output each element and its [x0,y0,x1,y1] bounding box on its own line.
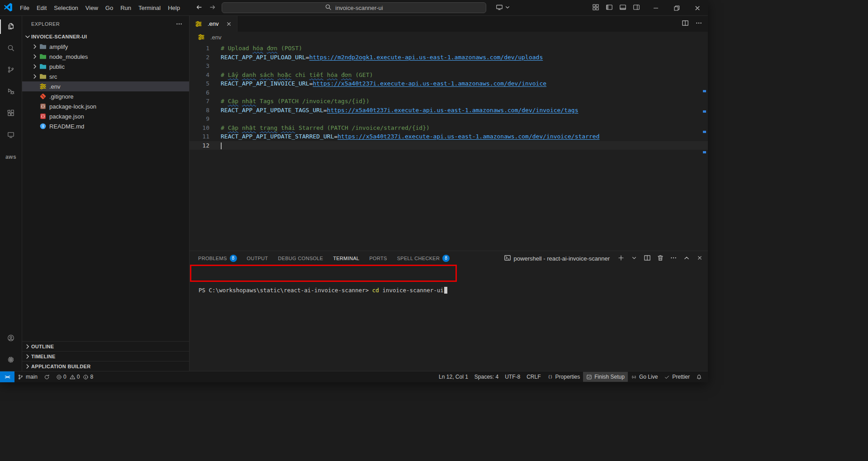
tree-item-package-lock-json[interactable]: {}package-lock.json [22,101,189,111]
section-label: TIMELINE [31,354,56,359]
panel-tab-ports[interactable]: PORTS [369,251,387,266]
menu-terminal[interactable]: Terminal [135,3,164,13]
code-line[interactable]: 6 [190,88,708,97]
activity-remote-explorer[interactable] [0,124,22,146]
panel-more-actions-icon[interactable] [670,254,677,263]
activity-explorer[interactable] [0,16,22,38]
status-eol[interactable]: CRLF [523,372,544,382]
activity-settings[interactable] [0,349,22,371]
new-terminal-icon[interactable] [617,254,625,263]
panel-tab-debug-console[interactable]: DEBUG CONSOLE [278,251,323,266]
tab-env[interactable]: .env [190,16,237,32]
status-finish-setup[interactable]: Finish Setup [583,372,628,382]
status-encoding[interactable]: UTF-8 [502,372,523,382]
menu-go[interactable]: Go [102,3,117,13]
tree-item-readme-md[interactable]: iREADME.md [22,121,189,131]
tree-item-gitignore[interactable]: .gitignore [22,91,189,101]
status-sync[interactable] [41,372,53,382]
split-editor-icon[interactable] [682,19,689,28]
code-line[interactable]: 4# Lấy danh sách hoặc chi tiết hóa đơn (… [190,71,708,80]
code-line[interactable]: 2REACT_APP_API_UPLOAD_URL=https://m2ndp2… [190,53,708,62]
section-timeline[interactable]: TIMELINE [22,351,189,361]
menu-selection[interactable]: Selection [50,3,81,13]
code-line[interactable]: 8REACT_APP_API_UPDATE_TAGS_URL=https://x… [190,106,708,115]
code-token: (GET) [352,71,373,78]
status-go-live[interactable]: Go Live [628,372,661,382]
section-outline[interactable]: OUTLINE [22,341,189,351]
close-tab-icon[interactable] [225,20,232,28]
go-back-icon[interactable] [195,4,203,12]
section-application-builder[interactable]: APPLICATION BUILDER [22,361,189,371]
toggle-primary-sidebar-icon[interactable] [606,4,613,12]
terminal-output[interactable]: PS C:\workshopaws\static\react-ai-invoic… [190,266,708,371]
status-cursor-position[interactable]: Ln 12, Col 1 [436,372,471,382]
maximize-panel-icon[interactable] [683,254,690,263]
go-forward-icon[interactable] [209,4,216,12]
menu-view[interactable]: View [82,3,102,13]
menu-run[interactable]: Run [117,3,135,13]
close-panel-icon[interactable] [696,254,703,263]
project-root-row[interactable]: INVOICE-SCANNER-UI [22,32,189,42]
activity-aws-toolkit[interactable]: aws [0,146,22,168]
status-prettier[interactable]: Prettier [661,372,693,382]
status-indentation[interactable]: Spaces: 4 [471,372,502,382]
activity-run-debug[interactable] [0,81,22,103]
customize-layout-icon[interactable] [592,4,599,12]
editor-more-actions-icon[interactable] [695,19,702,28]
command-center-search[interactable]: invoice-scanner-ui [222,2,486,13]
tree-item-node-modules[interactable]: node_modules [22,52,189,62]
split-terminal-icon[interactable] [644,254,651,263]
panel-tab-terminal[interactable]: TERMINAL [333,251,359,266]
code-token: https://m2ndp2ogk1.execute-api.us-east-1… [309,54,543,61]
menu-help[interactable]: Help [164,3,184,13]
status-language-mode[interactable]: {}Properties [544,372,583,382]
npm-icon: {} [39,113,47,120]
explorer-more-actions-icon[interactable] [175,20,183,28]
tree-item-public[interactable]: public [22,62,189,71]
close-window-button[interactable] [687,0,708,16]
code-line[interactable]: 3 [190,62,708,71]
activity-extensions[interactable] [0,103,22,124]
panel-tab-label: SPELL CHECKER [397,256,440,261]
code-line[interactable]: 1# Upload hóa đơn (POST) [190,44,708,53]
activity-source-control[interactable] [0,59,22,81]
restore-button[interactable] [666,0,687,16]
panel-tab-label: TERMINAL [333,256,359,261]
status-problems[interactable]: 0 0 8 [53,372,96,382]
terminal-profile-dropdown-icon[interactable] [631,254,638,263]
activity-accounts[interactable] [0,328,22,349]
overview-ruler[interactable] [702,43,708,251]
tree-item-src[interactable]: src [22,71,189,81]
tree-item-env[interactable]: .env [22,81,189,91]
tree-item-package-json[interactable]: {}package.json [22,111,189,121]
breadcrumb-item[interactable]: .env [210,34,222,41]
code-line[interactable]: 12 [190,141,708,150]
panel-tab-spell-checker[interactable]: SPELL CHECKER8 [397,251,450,266]
code-token: https://x5a40t237i.execute-api.us-east-1… [337,133,599,140]
braces-icon: {} [547,374,553,380]
remote-window-indicator[interactable] [496,0,511,16]
svg-text:{}: {} [41,114,45,119]
code-editor[interactable]: 1# Upload hóa đơn (POST)2REACT_APP_API_U… [190,43,708,251]
terminal-instance-label[interactable]: powershell - react-ai-invoice-scanner [504,254,610,263]
code-line[interactable]: 9 [190,114,708,124]
code-line[interactable]: 5REACT_APP_API_INVOICE_URL=https://x5a40… [190,79,708,88]
activity-search[interactable] [0,38,22,59]
code-line[interactable]: 11REACT_APP_API_UPDATE_STARRED_URL=https… [190,132,708,141]
breadcrumb[interactable]: .env [190,32,708,43]
remote-indicator[interactable]: >< [0,371,14,382]
project-root-label: INVOICE-SCANNER-UI [31,34,87,39]
menu-file[interactable]: File [16,3,33,13]
kill-terminal-icon[interactable] [657,254,664,263]
code-line[interactable]: 10# Cập nhật trạng thái Starred (PATCH /… [190,124,708,133]
panel-tab-output[interactable]: OUTPUT [247,251,268,266]
status-branch[interactable]: main [14,372,41,382]
tree-item-amplify[interactable]: amplify [22,42,189,52]
panel-tab-problems[interactable]: PROBLEMS8 [198,251,237,266]
menu-edit[interactable]: Edit [33,3,50,13]
code-line[interactable]: 7# Cập nhật Tags (PATCH /invoice/tags/{i… [190,97,708,106]
toggle-secondary-sidebar-icon[interactable] [633,4,640,12]
status-notifications[interactable] [693,372,705,382]
minimize-button[interactable] [645,0,666,16]
toggle-panel-icon[interactable] [619,4,626,12]
